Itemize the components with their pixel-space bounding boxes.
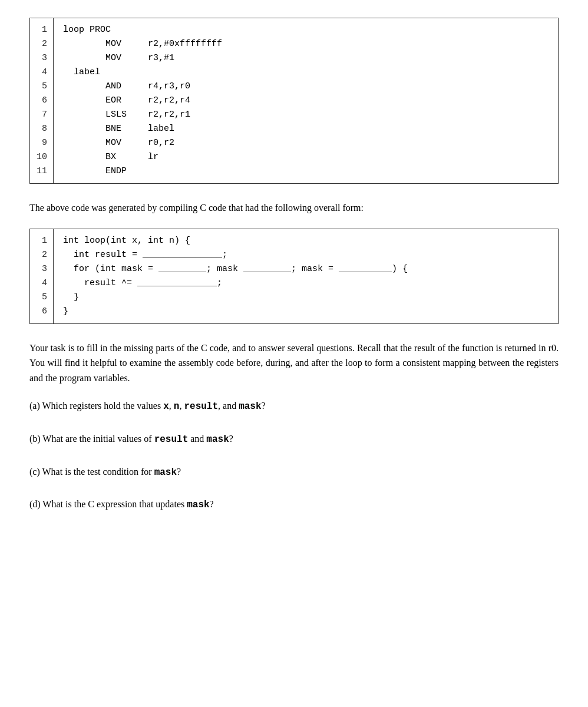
asm-line-number: 6: [36, 94, 47, 108]
asm-line-code: loop PROC: [63, 23, 222, 37]
question-item: (a) Which registers hold the values x, n…: [29, 398, 559, 415]
c-line-number: 5: [36, 290, 47, 305]
asm-line-code: BNE label: [63, 122, 222, 136]
question-text: What is the test condition for mask?: [40, 467, 181, 477]
questions-section: (a) Which registers hold the values x, n…: [29, 398, 559, 513]
question-label: (d): [29, 499, 41, 509]
question-label: (a): [29, 401, 40, 411]
question-item: (d) What is the C expression that update…: [29, 497, 559, 513]
asm-line-number: 8: [36, 122, 47, 136]
assembly-code-block: 1234567891011 loop PROC MOV r2,#0xffffff…: [29, 18, 559, 184]
asm-line-number: 11: [36, 164, 47, 179]
asm-line-code: ENDP: [63, 164, 222, 179]
c-code-content: int loop(int x, int n) { int result = __…: [54, 229, 417, 323]
asm-line-number: 2: [36, 37, 47, 51]
asm-line-code: LSLS r2,r2,r1: [63, 108, 222, 122]
c-line-code: for (int mask = _________; mask ________…: [63, 262, 408, 276]
c-line-number: 4: [36, 276, 47, 290]
c-code-block: 123456 int loop(int x, int n) { int resu…: [29, 229, 559, 324]
asm-line-number: 7: [36, 108, 47, 122]
asm-line-code: MOV r3,#1: [63, 51, 222, 65]
question-item: (b) What are the initial values of resul…: [29, 431, 559, 448]
c-line-code: }: [63, 290, 408, 305]
prose-paragraph-1: The above code was generated by compilin…: [29, 200, 559, 216]
c-line-number: 1: [36, 234, 47, 248]
question-text: What is the C expression that updates ma…: [41, 499, 214, 509]
asm-line-code: BX lr: [63, 150, 222, 164]
c-line-code: }: [63, 305, 408, 319]
c-line-numbers: 123456: [30, 229, 54, 323]
c-line-code: int loop(int x, int n) {: [63, 234, 408, 248]
assembly-code-content: loop PROC MOV r2,#0xffffffff MOV r3,#1 l…: [54, 18, 232, 183]
asm-line-code: label: [63, 65, 222, 80]
asm-line-code: AND r4,r3,r0: [63, 80, 222, 94]
c-line-code: int result = _______________;: [63, 248, 408, 262]
asm-line-code: EOR r2,r2,r4: [63, 94, 222, 108]
asm-line-number: 3: [36, 51, 47, 65]
asm-line-code: MOV r2,#0xffffffff: [63, 37, 222, 51]
asm-line-code: MOV r0,r2: [63, 136, 222, 150]
asm-line-number: 1: [36, 23, 47, 37]
c-line-code: result ^= _______________;: [63, 276, 408, 290]
c-line-number: 3: [36, 262, 47, 276]
question-text: Which registers hold the values x, n, re…: [40, 401, 266, 411]
question-label: (b): [29, 434, 41, 444]
prose-paragraph-2: Your task is to fill in the missing part…: [29, 341, 559, 386]
asm-line-number: 4: [36, 65, 47, 80]
asm-line-number: 10: [36, 150, 47, 164]
assembly-line-numbers: 1234567891011: [30, 18, 54, 183]
asm-line-number: 5: [36, 80, 47, 94]
c-line-number: 2: [36, 248, 47, 262]
asm-line-number: 9: [36, 136, 47, 150]
question-label: (c): [29, 467, 40, 477]
question-text: What are the initial values of result an…: [41, 434, 233, 444]
c-line-number: 6: [36, 305, 47, 319]
question-item: (c) What is the test condition for mask?: [29, 464, 559, 481]
